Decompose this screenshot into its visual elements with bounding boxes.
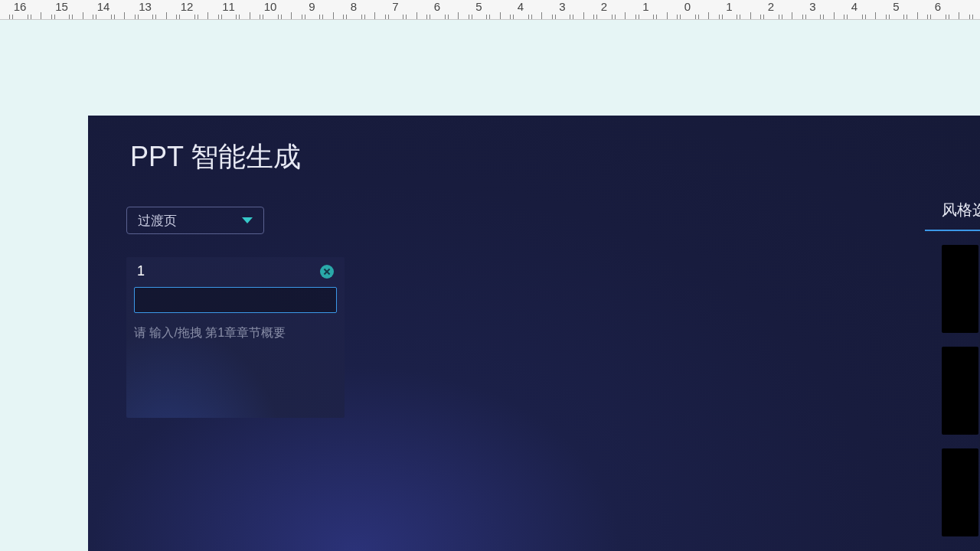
ruler-label: 3 bbox=[809, 0, 815, 13]
panel-title: PPT 智能生成 bbox=[130, 139, 980, 176]
ruler-label: 0 bbox=[684, 0, 691, 13]
ruler-label: 5 bbox=[475, 0, 482, 13]
ruler-label: 11 bbox=[222, 0, 235, 13]
ruler-label: 15 bbox=[55, 0, 68, 13]
ppt-generator-panel: PPT 智能生成 过渡页 1 请 输入/拖拽 第1章章节概要 风格选 bbox=[88, 116, 980, 551]
ruler-label: 14 bbox=[97, 0, 110, 13]
ruler-label: 4 bbox=[518, 0, 524, 13]
ruler-label: 3 bbox=[559, 0, 565, 13]
chapter-number: 1 bbox=[137, 263, 145, 279]
horizontal-ruler: 161514131211109876543210123456 bbox=[0, 0, 980, 20]
ruler-label: 4 bbox=[851, 0, 858, 13]
ruler-label: 10 bbox=[264, 0, 277, 13]
ruler-label: 1 bbox=[642, 0, 648, 13]
ruler-label: 1 bbox=[726, 0, 732, 13]
ruler-label: 5 bbox=[893, 0, 899, 13]
style-thumbnail[interactable] bbox=[942, 245, 978, 333]
page-type-dropdown[interactable]: 过渡页 bbox=[126, 207, 264, 234]
ruler-label: 6 bbox=[434, 0, 440, 13]
dropdown-selected-label: 过渡页 bbox=[138, 212, 177, 230]
ruler-label: 2 bbox=[601, 0, 607, 13]
ruler-label: 7 bbox=[392, 0, 398, 13]
ruler-label: 8 bbox=[351, 0, 357, 13]
style-thumbnail[interactable] bbox=[942, 448, 978, 536]
close-icon[interactable] bbox=[320, 265, 334, 279]
ruler-label: 12 bbox=[181, 0, 194, 13]
style-tab-label[interactable]: 风格选 bbox=[925, 192, 980, 231]
chapter-title-input[interactable] bbox=[134, 287, 337, 313]
ruler-label: 9 bbox=[309, 0, 315, 13]
ruler-label: 13 bbox=[139, 0, 152, 13]
chapter-summary-placeholder[interactable]: 请 输入/拖拽 第1章章节概要 bbox=[126, 319, 345, 418]
ruler-label: 2 bbox=[768, 0, 774, 13]
chevron-down-icon bbox=[242, 217, 253, 223]
style-selection-panel: 风格选 bbox=[925, 192, 980, 551]
chapter-card: 1 请 输入/拖拽 第1章章节概要 bbox=[126, 257, 345, 418]
ruler-label: 6 bbox=[935, 0, 941, 13]
style-thumbnail[interactable] bbox=[942, 347, 978, 435]
ruler-label: 16 bbox=[14, 0, 27, 13]
slide-canvas-area: PPT 智能生成 过渡页 1 请 输入/拖拽 第1章章节概要 风格选 bbox=[0, 20, 980, 551]
